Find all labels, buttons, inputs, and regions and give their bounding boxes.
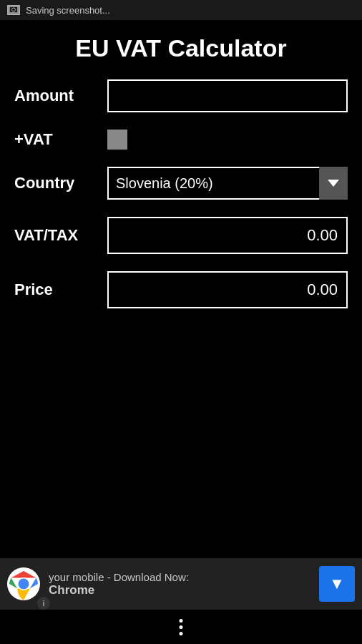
amount-row: Amount (14, 79, 348, 112)
svg-point-1 (12, 8, 16, 11)
three-dots-menu[interactable] (180, 619, 183, 635)
form-area: Amount +VAT Country Slovenia (20%) Austr… (0, 79, 362, 308)
svg-rect-0 (9, 6, 18, 13)
ad-banner[interactable]: your mobile - Download Now: Chrome (0, 558, 362, 610)
country-row: Country Slovenia (20%) Austria (20%) Bel… (14, 167, 348, 200)
price-value: 0.00 (107, 271, 348, 308)
dot-1 (180, 619, 183, 623)
price-row: Price 0.00 (14, 271, 348, 308)
price-label: Price (14, 280, 107, 299)
vat-checkbox[interactable] (107, 130, 127, 150)
dot-2 (180, 625, 183, 629)
status-bar: Saving screenshot... (0, 0, 362, 20)
amount-label: Amount (14, 87, 107, 105)
ad-download-button[interactable] (319, 566, 355, 602)
amount-input[interactable] (107, 79, 348, 112)
country-label: Country (14, 174, 107, 192)
vat-tax-value: 0.00 (107, 217, 348, 254)
country-select[interactable]: Slovenia (20%) Austria (20%) Belgium (21… (107, 167, 348, 200)
info-badge[interactable]: i (37, 597, 50, 610)
ad-text-line2: Chrome (49, 583, 310, 597)
country-select-wrapper: Slovenia (20%) Austria (20%) Belgium (21… (107, 167, 348, 200)
info-badge-icon: i (42, 599, 44, 608)
ad-text-line1: your mobile - Download Now: (49, 571, 310, 583)
chrome-logo-icon (7, 567, 40, 600)
screenshot-icon (7, 5, 20, 15)
vat-label: +VAT (14, 130, 107, 149)
ad-text-block: your mobile - Download Now: Chrome (49, 571, 310, 597)
vat-checkbox-row: +VAT (14, 130, 348, 150)
svg-point-4 (19, 579, 29, 590)
status-text: Saving screenshot... (26, 5, 110, 16)
app-title: EU VAT Calculator (0, 20, 362, 79)
vat-tax-label: VAT/TAX (14, 226, 107, 245)
dot-3 (180, 632, 183, 635)
vat-tax-row: VAT/TAX 0.00 (14, 217, 348, 254)
app-container: EU VAT Calculator Amount +VAT Country Sl… (0, 20, 362, 308)
